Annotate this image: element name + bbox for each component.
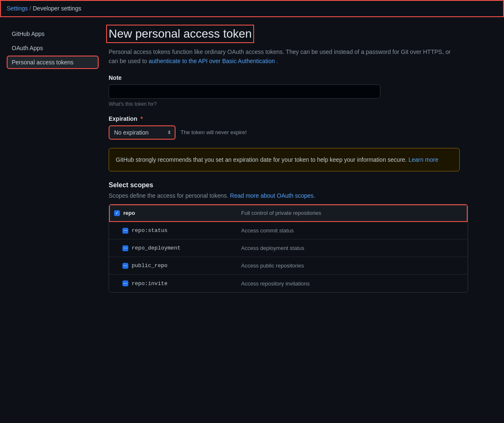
page-title: New personal access token [109, 27, 252, 41]
scope-row-repo-invite: repo:invite Access repository invitation… [109, 275, 468, 292]
breadcrumb-separator: / [30, 5, 31, 12]
breadcrumb-current: Developer settings [33, 5, 81, 12]
scope-left-repo-status: repo:status [109, 223, 234, 238]
scope-desc-repo-invite: Access repository invitations [234, 276, 468, 291]
page-description: Personal access tokens function like ord… [109, 47, 451, 66]
note-hint: What's this token for? [109, 101, 468, 107]
note-section: Note What's this token for? [109, 74, 468, 107]
oauth-scopes-link[interactable]: Read more about OAuth scopes. [230, 192, 315, 199]
learn-more-link[interactable]: Learn more [408, 156, 438, 163]
scope-name-repo-deployment: repo_deployment [132, 245, 181, 251]
sidebar-item-github-apps[interactable]: GitHub Apps [7, 27, 99, 41]
warning-box: GitHub strongly recommends that you set … [109, 148, 460, 171]
page-layout: GitHub Apps OAuth Apps Personal access t… [0, 17, 504, 311]
expiration-select-wrapper: No expiration 7 days 30 days 60 days 90 … [109, 125, 176, 140]
scope-checkbox-repo[interactable] [114, 210, 120, 216]
scope-desc-repo: Full control of private repositories [234, 206, 468, 220]
scope-desc-repo-deployment: Access deployment status [234, 241, 468, 255]
scopes-description: Scopes define the access for personal to… [109, 192, 468, 199]
breadcrumb-bar: Settings / Developer settings [0, 0, 504, 17]
note-label: Note [109, 74, 468, 81]
sidebar-item-personal-access-tokens[interactable]: Personal access tokens [7, 56, 99, 69]
scope-left-public-repo: public_repo [109, 258, 234, 273]
scope-left-repo: repo [109, 206, 234, 220]
scopes-title: Select scopes [109, 181, 468, 189]
scope-desc-public-repo: Access public repositories [234, 258, 468, 273]
scope-name-public-repo: public_repo [132, 262, 168, 269]
scope-left-repo-deployment: repo_deployment [109, 241, 234, 255]
scope-row-repo: repo Full control of private repositorie… [109, 204, 468, 222]
scope-checkbox-repo-invite[interactable] [122, 280, 128, 286]
scope-row-repo-status: repo:status Access commit status [109, 222, 468, 240]
scope-left-repo-invite: repo:invite [109, 276, 234, 291]
expiration-note: The token will never expire! [181, 129, 247, 135]
scope-row-repo-deployment: repo_deployment Access deployment status [109, 240, 468, 257]
scope-name-repo-status: repo:status [132, 227, 168, 234]
breadcrumb-settings-link[interactable]: Settings [7, 5, 28, 12]
scope-checkbox-public-repo[interactable] [122, 263, 128, 269]
expiration-label: Expiration * [109, 115, 468, 122]
scope-name-repo: repo [123, 210, 135, 216]
scope-name-repo-invite: repo:invite [132, 280, 168, 287]
scope-checkbox-repo-deployment[interactable] [122, 245, 128, 251]
scopes-table: repo Full control of private repositorie… [109, 204, 468, 293]
scope-row-public-repo: public_repo Access public repositories [109, 257, 468, 275]
api-auth-link[interactable]: authenticate to the API over Basic Authe… [149, 58, 275, 64]
main-content: New personal access token Personal acces… [109, 27, 468, 301]
required-indicator: * [140, 115, 143, 122]
expiration-select[interactable]: No expiration 7 days 30 days 60 days 90 … [109, 125, 176, 140]
note-input[interactable] [109, 84, 380, 99]
expiration-row: No expiration 7 days 30 days 60 days 90 … [109, 125, 468, 140]
sidebar-item-oauth-apps[interactable]: OAuth Apps [7, 41, 99, 55]
sidebar: GitHub Apps OAuth Apps Personal access t… [7, 27, 99, 301]
scope-checkbox-repo-status[interactable] [122, 228, 128, 234]
expiration-section: Expiration * No expiration 7 days 30 day… [109, 115, 468, 140]
scopes-section: Select scopes Scopes define the access f… [109, 181, 468, 293]
scope-desc-repo-status: Access commit status [234, 223, 468, 238]
